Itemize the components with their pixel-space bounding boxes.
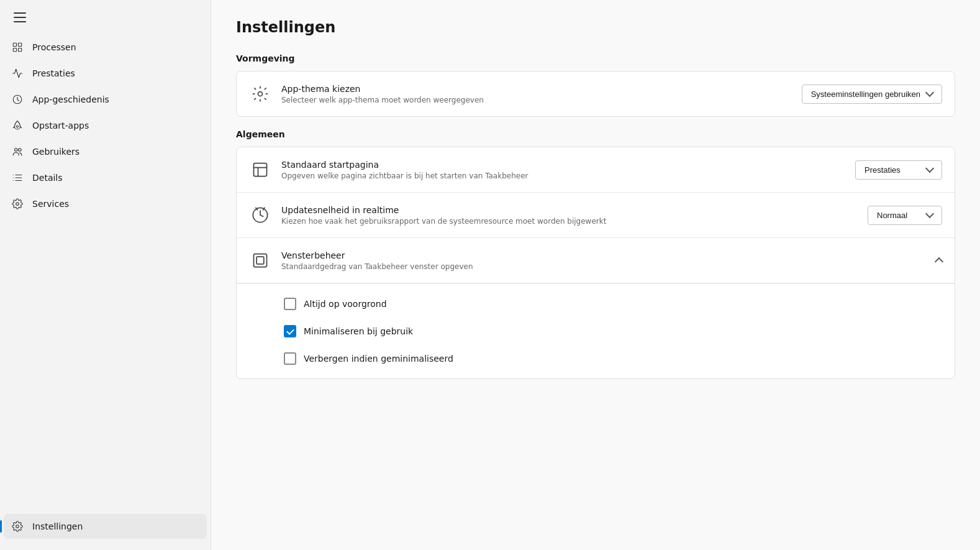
sidebar-item-app-geschiedenis[interactable]: App-geschiedenis	[4, 87, 207, 112]
minimaliseren-checkbox[interactable]	[284, 325, 296, 337]
sidebar-item-gebruikers[interactable]: Gebruikers	[4, 139, 207, 164]
verbergen-checkbox[interactable]	[284, 352, 296, 365]
altijd-voorgrond-label: Altijd op voorgrond	[304, 299, 387, 309]
app-thema-dropdown-value: Systeeminstellingen gebruiken	[811, 89, 920, 99]
sidebar-item-label: App-geschiedenis	[32, 94, 109, 104]
updatesnelheid-desc: Kiezen hoe vaak het gebruiksrapport van …	[281, 217, 858, 226]
app-thema-control: Systeeminstellingen gebruiken	[802, 85, 942, 104]
sidebar-item-label: Gebruikers	[32, 147, 79, 157]
algemeen-section: Algemeen Standaard startpagina Opgeven w…	[236, 129, 955, 379]
chevron-down-icon	[925, 209, 934, 218]
menu-button[interactable]	[4, 6, 207, 29]
svg-point-14	[16, 203, 19, 206]
updatesnelheid-text: Updatesnelheid in realtime Kiezen hoe va…	[281, 205, 858, 226]
sidebar-nav: Processen Prestaties App-geschiedenis Op…	[0, 30, 211, 510]
grid-icon	[11, 41, 24, 53]
sidebar-item-services[interactable]: Services	[4, 191, 207, 216]
hamburger-icon	[14, 12, 26, 22]
sidebar-item-prestaties[interactable]: Prestaties	[4, 61, 207, 86]
verbergen-label: Verbergen indien geminimaliseerd	[304, 354, 453, 364]
services-icon	[11, 198, 24, 210]
svg-rect-21	[256, 257, 264, 264]
svg-point-6	[15, 149, 18, 152]
app-thema-icon	[249, 83, 271, 105]
svg-rect-3	[19, 48, 22, 52]
updatesnelheid-label: Updatesnelheid in realtime	[281, 205, 858, 215]
sidebar-item-label: Instellingen	[32, 521, 83, 531]
startpagina-icon	[249, 158, 271, 181]
svg-rect-1	[19, 43, 22, 46]
startpagina-control: Prestaties	[855, 160, 942, 180]
vensterbeheer-icon	[249, 249, 271, 272]
app-thema-dropdown[interactable]: Systeeminstellingen gebruiken	[802, 85, 942, 104]
startpagina-text: Standaard startpagina Opgeven welke pagi…	[281, 160, 845, 180]
vensterbeheer-desc: Standaardgedrag van Taakbeheer venster o…	[281, 262, 926, 271]
sidebar-item-label: Processen	[32, 42, 76, 52]
svg-point-7	[19, 149, 22, 152]
sidebar: Processen Prestaties App-geschiedenis Op…	[0, 0, 211, 550]
app-thema-card: App-thema kiezen Selecteer welk app-them…	[236, 71, 955, 117]
startpagina-label: Standaard startpagina	[281, 160, 845, 170]
list-icon	[11, 172, 24, 184]
vensterbeheer-checkboxes: Altijd op voorgrond Minimaliseren bij ge…	[237, 283, 955, 378]
sidebar-item-opstart-apps[interactable]: Opstart-apps	[4, 113, 207, 138]
sidebar-item-label: Opstart-apps	[32, 121, 89, 131]
vensterbeheer-label: Vensterbeheer	[281, 250, 926, 260]
checkbox-item-altijd-voorgrond: Altijd op voorgrond	[284, 290, 942, 318]
startpagina-desc: Opgeven welke pagina zichtbaar is bij he…	[281, 172, 845, 180]
svg-point-5	[17, 126, 19, 127]
sidebar-item-instellingen[interactable]: Instellingen	[4, 514, 207, 539]
page-title: Instellingen	[236, 19, 955, 36]
expand-chevron-icon	[935, 257, 943, 266]
main-content: Instellingen Vormgeving App-thema kiezen…	[211, 0, 980, 550]
vensterbeheer-row: Vensterbeheer Standaardgedrag van Taakbe…	[237, 238, 955, 378]
algemeen-card: Standaard startpagina Opgeven welke pagi…	[236, 147, 955, 379]
updatesnelheid-icon	[249, 204, 271, 226]
minimaliseren-label: Minimaliseren bij gebruik	[304, 326, 413, 336]
app-thema-row: App-thema kiezen Selecteer welk app-them…	[237, 71, 955, 116]
vensterbeheer-text: Vensterbeheer Standaardgedrag van Taakbe…	[281, 250, 926, 271]
clock-icon	[11, 93, 24, 106]
vormgeving-title: Vormgeving	[236, 53, 955, 63]
svg-point-15	[16, 525, 19, 528]
chevron-down-icon	[925, 88, 934, 97]
updatesnelheid-row: Updatesnelheid in realtime Kiezen hoe va…	[237, 193, 955, 238]
updatesnelheid-dropdown-value: Normaal	[877, 211, 907, 220]
sidebar-item-label: Services	[32, 199, 69, 209]
app-thema-text: App-thema kiezen Selecteer welk app-them…	[281, 84, 792, 104]
rocket-icon	[11, 119, 24, 132]
svg-rect-20	[254, 254, 267, 267]
algemeen-title: Algemeen	[236, 129, 955, 139]
svg-rect-0	[13, 43, 16, 46]
activity-icon	[11, 67, 24, 80]
updatesnelheid-dropdown[interactable]: Normaal	[868, 206, 942, 225]
sidebar-item-label: Details	[32, 173, 63, 183]
app-thema-desc: Selecteer welk app-thema moet worden wee…	[281, 96, 792, 104]
updatesnelheid-control: Normaal	[868, 206, 942, 225]
svg-point-16	[258, 92, 263, 96]
sidebar-item-processen[interactable]: Processen	[4, 35, 207, 60]
sidebar-item-details[interactable]: Details	[4, 165, 207, 190]
startpagina-dropdown[interactable]: Prestaties	[855, 160, 942, 180]
users-icon	[11, 145, 24, 158]
settings-icon	[11, 520, 24, 533]
checkbox-item-verbergen: Verbergen indien geminimaliseerd	[284, 345, 942, 372]
sidebar-bottom: Instellingen	[0, 510, 211, 545]
startpagina-dropdown-value: Prestaties	[864, 165, 901, 175]
checkbox-item-minimaliseren: Minimaliseren bij gebruik	[284, 318, 942, 345]
vensterbeheer-header[interactable]: Vensterbeheer Standaardgedrag van Taakbe…	[237, 238, 955, 283]
vormgeving-section: Vormgeving App-thema kiezen Selecteer we…	[236, 53, 955, 117]
svg-rect-17	[254, 163, 267, 176]
sidebar-item-label: Prestaties	[32, 68, 75, 78]
chevron-down-icon	[925, 164, 934, 173]
altijd-voorgrond-checkbox[interactable]	[284, 298, 296, 310]
app-thema-label: App-thema kiezen	[281, 84, 792, 94]
standaard-startpagina-row: Standaard startpagina Opgeven welke pagi…	[237, 147, 955, 193]
svg-rect-2	[13, 48, 16, 52]
